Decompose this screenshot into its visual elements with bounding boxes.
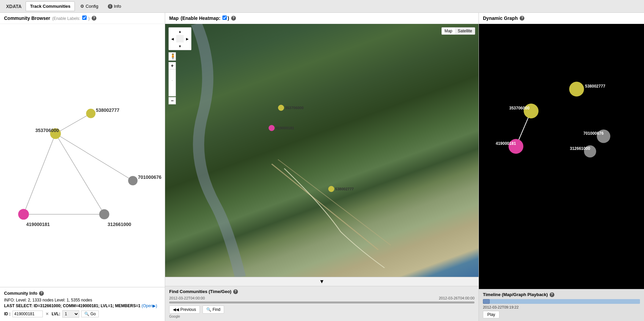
map-type-satellite-button[interactable]: Satellite xyxy=(455,28,475,34)
community-info-help-icon[interactable]: ? xyxy=(39,291,44,296)
nav-center xyxy=(176,35,184,42)
node-419000181[interactable] xyxy=(18,209,29,220)
dynamic-graph-header: Dynamic Graph ? xyxy=(479,13,644,24)
topnav: XDATA Track Communities ⚙ Config i Info xyxy=(0,0,644,13)
time-start-label: 2012-03-22T04:00:00 xyxy=(169,296,205,300)
timeline-current-time: 2012-03-22T09:19:22 xyxy=(483,305,640,309)
map-type-buttons: Map Satellite xyxy=(441,27,475,35)
edge-353-312 xyxy=(56,134,104,215)
nav-up-button[interactable]: ▲ xyxy=(176,28,184,35)
dg-label-419000181: 419000181 xyxy=(496,141,516,146)
community-browser-header: Community Browser (Enable Labels: ) ? xyxy=(0,13,165,24)
find-communities-help-icon[interactable]: ? xyxy=(233,289,238,294)
info-circle-icon: i xyxy=(108,4,113,9)
dynamic-graph-title: Dynamic Graph xyxy=(483,15,518,21)
find-previous-button[interactable]: ◀◀ Previous xyxy=(169,306,200,314)
nav-left-button[interactable]: ◀ xyxy=(169,35,176,42)
zoom-in-button[interactable]: + xyxy=(168,62,176,69)
enable-heatmap-checkbox[interactable] xyxy=(222,15,227,20)
map-container: Map Satellite ▲ ◀ ▶ ▼ xyxy=(165,24,479,277)
dynamic-graph-help-icon[interactable]: ? xyxy=(520,16,524,21)
lvl-label: LVL: xyxy=(52,312,60,316)
brand-label: XDATA xyxy=(3,2,24,10)
community-browser-help-icon[interactable]: ? xyxy=(92,16,96,21)
node-538002777[interactable] xyxy=(86,109,95,118)
community-browser-title: Community Browser xyxy=(4,15,50,21)
map-marker-538002777-label: 538002777 xyxy=(335,187,354,191)
time-slider[interactable] xyxy=(169,301,474,303)
prev-arrow-icon: ◀◀ xyxy=(173,307,179,312)
dg-label-538002777: 538002777 xyxy=(585,84,605,89)
id-label: ID : xyxy=(4,312,10,316)
main-layout: Community Browser (Enable Labels: ) ? xyxy=(0,13,644,321)
dg-label-701000676: 701000676 xyxy=(583,131,604,136)
nav-noop-br xyxy=(184,42,191,50)
columns: Community Browser (Enable Labels: ) ? xyxy=(0,13,644,321)
dynamic-graph-canvas: 538002777 353706000 701000676 419000181 … xyxy=(479,24,644,289)
pegman-icon[interactable]: 🧍 xyxy=(168,52,191,61)
community-graph: 538002777 353706000 701000676 419000181 … xyxy=(0,24,165,287)
open-link[interactable]: (Open▶) xyxy=(142,303,157,308)
last-select-line: LAST SELECT: ID=312661000; COMM=41900018… xyxy=(4,303,161,308)
info-text-line: INFO: Level: 2, 1333 nodes Level: 1, 535… xyxy=(4,298,161,302)
zoom-out-button[interactable]: − xyxy=(168,97,176,104)
map-overlay-svg xyxy=(165,24,479,277)
dg-label-312661000: 312661000 xyxy=(570,146,590,151)
dg-node-538002777[interactable] xyxy=(569,82,584,97)
nav-config[interactable]: ⚙ Config xyxy=(76,2,102,11)
label-353706000: 353706000 xyxy=(35,128,59,133)
google-attribution: Google xyxy=(169,315,474,318)
map-help-icon[interactable]: ? xyxy=(231,16,236,21)
map-collapse-button[interactable]: ▼ xyxy=(165,277,479,286)
map-marker-353706000-label: 353706000 xyxy=(285,106,304,110)
enable-heatmap-text: (Enable Heatmap: ) xyxy=(181,15,229,21)
nav-noop-tr xyxy=(184,28,191,35)
map-marker-538002777[interactable]: 538002777 xyxy=(328,186,354,192)
nav-down-button[interactable]: ▼ xyxy=(176,42,184,50)
lvl-select[interactable]: 1 2 3 xyxy=(62,310,79,318)
find-search-icon: 🔍 xyxy=(206,307,211,312)
zoom-controls: + − xyxy=(168,62,191,104)
nav-info-label: Info xyxy=(114,4,121,9)
enable-labels-text: (Enable Labels: ) xyxy=(52,15,90,21)
edge-353-419 xyxy=(24,134,56,215)
timeline-help-icon[interactable]: ? xyxy=(550,292,554,297)
svg-line-1 xyxy=(278,159,391,245)
nav-right-button[interactable]: ▶ xyxy=(184,35,191,42)
find-button[interactable]: 🔍 Find xyxy=(203,306,224,314)
id-clear-button[interactable]: ✕ xyxy=(45,312,50,316)
timeline-play-button[interactable]: Play xyxy=(483,311,499,318)
node-701000676[interactable] xyxy=(128,176,137,185)
id-row: ID : ✕ LVL: 1 2 3 🔍 Go xyxy=(4,310,161,318)
nav-config-label: Config xyxy=(86,4,98,9)
community-info: Community Info ? INFO: Level: 2, 1333 no… xyxy=(0,287,165,321)
node-312661000[interactable] xyxy=(99,209,109,219)
timeline-slider-thumb[interactable] xyxy=(483,299,490,304)
nav-noop-bl xyxy=(169,42,176,50)
map-nav-cross: ▲ ◀ ▶ ▼ xyxy=(168,27,191,50)
enable-labels-checkbox[interactable] xyxy=(82,15,87,20)
time-range: 2012-03-22T04:00:00 2012-03-26T04:00:00 xyxy=(169,296,474,300)
map-marker-353706000[interactable]: 353706000 xyxy=(278,105,304,111)
tab-track-communities[interactable]: Track Communities xyxy=(26,1,75,11)
map-type-map-button[interactable]: Map xyxy=(442,28,455,34)
go-button[interactable]: 🔍 Go xyxy=(81,311,99,317)
dynamic-graph-svg: 538002777 353706000 701000676 419000181 … xyxy=(479,24,644,289)
nav-info[interactable]: i Info xyxy=(104,2,125,11)
find-communities-panel: Find Communities (Time/Geo) ? 2012-03-22… xyxy=(165,286,479,321)
label-538002777: 538002777 xyxy=(96,107,119,113)
edge-353-538 xyxy=(56,114,91,134)
enable-labels-checkbox-wrapper[interactable] xyxy=(82,16,88,21)
nav-noop-tl xyxy=(169,28,176,35)
map-marker-419000181[interactable]: 419000181 xyxy=(269,125,294,131)
id-input[interactable] xyxy=(12,311,43,317)
map-controls: ▲ ◀ ▶ ▼ 🧍 xyxy=(168,27,191,104)
edge-353-701 xyxy=(56,134,133,181)
timeline-title: Timeline (Map/Graph Playback) ? xyxy=(483,292,640,297)
timeline-panel: Timeline (Map/Graph Playback) ? 2012-03-… xyxy=(479,289,644,321)
search-icon: 🔍 xyxy=(84,312,89,316)
zoom-slider[interactable] xyxy=(168,69,176,96)
map-background: Map Satellite ▲ ◀ ▶ ▼ xyxy=(165,24,479,277)
timeline-slider-container xyxy=(483,299,640,304)
timeline-slider[interactable] xyxy=(483,299,640,304)
